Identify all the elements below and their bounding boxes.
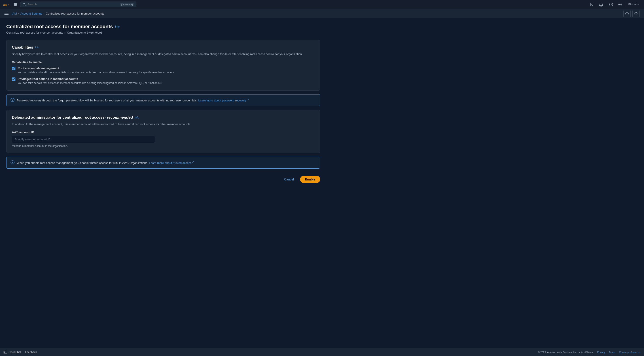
svg-text:i: i — [627, 13, 627, 15]
nav-divider-2 — [625, 2, 625, 7]
svg-rect-4 — [14, 4, 15, 5]
cloudshell-label: CloudShell — [8, 351, 22, 354]
svg-line-11 — [25, 5, 26, 6]
svg-rect-26 — [4, 351, 7, 353]
ext-link-icon: ↗ — [247, 98, 249, 101]
hamburger-menu[interactable] — [4, 11, 8, 16]
aws-account-id-label: AWS account ID — [12, 130, 314, 134]
terminal-icon-btn[interactable] — [588, 1, 596, 9]
page-header: Centralized root access for member accou… — [6, 24, 320, 34]
aws-account-id-input[interactable] — [12, 136, 155, 143]
privileged-root-desc: You can take certain root actions in mem… — [18, 81, 162, 85]
svg-rect-12 — [590, 3, 594, 6]
delegated-title: Delegated administrator for centralized … — [12, 115, 133, 120]
cookie-link[interactable]: Cookie preferences — [619, 351, 640, 353]
capabilities-title-row: Capabilities Info — [12, 45, 314, 50]
grid-icon[interactable] — [14, 3, 18, 7]
capabilities-info-link[interactable]: Info — [35, 46, 39, 49]
delegated-title-row: Delegated administrator for centralized … — [12, 115, 314, 120]
breadcrumb-bar: IAM › Account Settings › Centralized roo… — [0, 9, 644, 18]
breadcrumb-info-btn[interactable]: i — [624, 10, 630, 17]
aws-account-id-hint: Must be a member account in the organiza… — [12, 144, 314, 147]
breadcrumb-current: Centralized root access for member accou… — [46, 12, 104, 15]
root-credentials-label: Root credentials management — [18, 67, 174, 70]
svg-rect-9 — [16, 5, 17, 6]
svg-rect-3 — [16, 3, 17, 4]
svg-text:i: i — [12, 99, 13, 101]
search-icon — [22, 3, 26, 6]
ext-link-icon-2: ↗ — [192, 160, 194, 163]
svg-rect-2 — [15, 3, 16, 4]
svg-rect-8 — [15, 5, 16, 6]
bottom-right: © 2025, Amazon Web Services, Inc. or its… — [538, 351, 640, 353]
page-title: Centralized root access for member accou… — [6, 24, 113, 30]
svg-rect-5 — [15, 4, 16, 5]
trusted-access-link[interactable]: Learn more about trusted access↗ — [149, 161, 194, 164]
svg-text:?: ? — [610, 3, 612, 6]
capabilities-title: Capabilities — [12, 45, 33, 50]
enable-button[interactable]: Enable — [300, 176, 320, 183]
svg-rect-7 — [14, 5, 15, 6]
checkbox-privileged-root: Privileged root actions in member accoun… — [12, 77, 314, 85]
root-credentials-checkbox[interactable] — [12, 67, 16, 70]
svg-text:i: i — [12, 161, 13, 164]
capabilities-card: Capabilities Info Specify how you'd like… — [6, 40, 320, 91]
cloudshell-button[interactable]: CloudShell — [4, 351, 22, 354]
trusted-access-alert: i When you enable root access management… — [6, 157, 320, 168]
help-icon-btn[interactable]: ? — [607, 1, 615, 9]
svg-rect-1 — [14, 3, 15, 4]
breadcrumb-sep-2: › — [44, 12, 44, 15]
breadcrumb-refresh-btn[interactable] — [632, 10, 640, 17]
checkbox-root-credentials: Root credentials management You can dele… — [12, 67, 314, 74]
page-subtitle: Centralize root access for member accoun… — [6, 31, 320, 34]
bell-icon-btn[interactable] — [597, 1, 605, 9]
capabilities-section-label: Capabilities to enable — [12, 60, 314, 64]
breadcrumb-actions: i — [624, 10, 640, 17]
main-content: Centralized root access for member accou… — [0, 18, 326, 190]
feedback-link[interactable]: Feedback — [25, 351, 37, 354]
privacy-link[interactable]: Privacy — [597, 351, 605, 353]
global-region-btn[interactable]: Global — [626, 2, 641, 7]
cancel-button[interactable]: Cancel — [281, 176, 298, 183]
trusted-alert-icon: i — [10, 160, 14, 165]
password-recovery-link[interactable]: Learn more about password recovery↗ — [198, 99, 249, 102]
top-navigation: aws [Option+S] ? — [0, 0, 644, 9]
cloudshell-icon — [4, 351, 7, 354]
capabilities-description: Specify how you'd like to control root a… — [12, 52, 314, 56]
password-alert-text: Password recovery through the forgot pas… — [17, 98, 249, 103]
alert-info-icon: i — [10, 98, 14, 103]
delegated-info-link[interactable]: Info — [134, 116, 139, 119]
search-bar[interactable]: [Option+S] — [20, 2, 136, 7]
password-alert: i Password recovery through the forgot p… — [6, 94, 320, 106]
privileged-root-checkbox[interactable] — [12, 77, 16, 81]
nav-right: ? Global — [588, 1, 641, 9]
svg-point-16 — [620, 4, 621, 5]
trusted-alert-text: When you enable root access management, … — [17, 160, 194, 165]
nav-divider — [606, 2, 606, 7]
delegated-description: In addition to the management account, t… — [12, 122, 314, 126]
svg-rect-6 — [16, 4, 17, 5]
footer-actions: Cancel Enable — [6, 172, 320, 185]
privileged-root-label: Privileged root actions in member accoun… — [18, 77, 162, 81]
delegated-admin-card: Delegated administrator for centralized … — [6, 110, 320, 153]
breadcrumb-sep-1: › — [18, 12, 19, 15]
copyright-text: © 2025, Amazon Web Services, Inc. or its… — [538, 351, 594, 353]
bottom-bar: CloudShell Feedback © 2025, Amazon Web S… — [0, 348, 644, 356]
page-info-link[interactable]: Info — [115, 25, 120, 28]
page-title-row: Centralized root access for member accou… — [6, 24, 320, 30]
terms-link[interactable]: Terms — [609, 351, 616, 353]
aws-logo[interactable]: aws — [3, 2, 11, 7]
svg-text:aws: aws — [3, 4, 7, 6]
global-label: Global — [628, 3, 636, 6]
breadcrumb-account-settings[interactable]: Account Settings — [20, 12, 42, 15]
root-credentials-desc: You can delete and audit root credential… — [18, 71, 174, 74]
settings-icon-btn[interactable] — [616, 1, 624, 9]
search-shortcut: [Option+S] — [120, 3, 134, 6]
search-input[interactable] — [28, 3, 118, 6]
breadcrumb-iam[interactable]: IAM — [12, 12, 17, 15]
